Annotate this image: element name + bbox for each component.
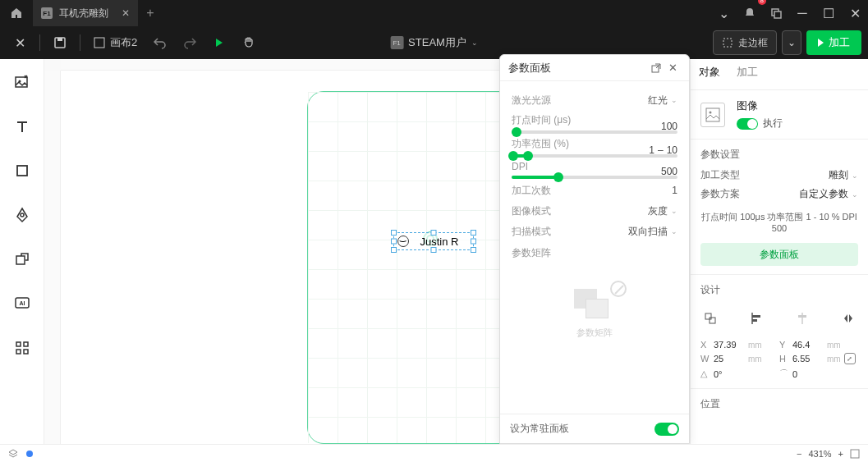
scan-mode-select[interactable]: 双向扫描⌄	[628, 225, 677, 239]
ai-tool-button[interactable]: AI	[9, 290, 35, 317]
resize-handle[interactable]	[391, 239, 397, 245]
svg-rect-15	[24, 350, 28, 354]
y-input[interactable]: 46.4	[792, 340, 824, 350]
window-minimize-button[interactable]: ─	[789, 0, 815, 26]
image-thumbnail-icon	[700, 103, 725, 127]
canvas-selector[interactable]: 画布2	[87, 35, 144, 50]
arrange-button[interactable]	[700, 309, 720, 328]
chevron-down-icon[interactable]: ⌄	[710, 0, 737, 26]
notifications-button[interactable]: 8	[737, 0, 763, 26]
frame-dropdown-button[interactable]: ⌄	[782, 30, 801, 55]
angle-input[interactable]: 0°	[714, 369, 745, 379]
status-dot-icon	[26, 451, 33, 457]
process-type-select[interactable]: 雕刻⌄	[829, 168, 858, 182]
user-doc-icon: F1	[390, 36, 403, 49]
resize-handle[interactable]	[471, 230, 476, 236]
user-label: STEAM用户	[408, 35, 466, 50]
redo-button[interactable]	[177, 30, 203, 56]
power-range-slider[interactable]	[512, 154, 677, 158]
tab-close-icon[interactable]: ✕	[122, 7, 130, 19]
save-button[interactable]	[47, 30, 73, 56]
matrix-placeholder: 参数矩阵	[512, 260, 677, 367]
tool-strip: AI	[0, 59, 44, 462]
lock-aspect-button[interactable]: ⤢	[844, 353, 856, 364]
copy-icon[interactable]	[763, 0, 789, 26]
image-mode-select[interactable]: 灰度⌄	[648, 204, 677, 218]
radius-input[interactable]: 0	[792, 369, 824, 379]
pan-tool-button[interactable]	[236, 30, 262, 56]
radius-label: ⌒	[779, 368, 789, 380]
svg-point-17	[710, 111, 712, 113]
home-button[interactable]	[0, 7, 33, 20]
window-maximize-button[interactable]: ☐	[815, 0, 842, 26]
zoom-value[interactable]: 431%	[808, 449, 831, 459]
play-preview-button[interactable]	[206, 30, 232, 56]
resize-handle[interactable]	[391, 230, 397, 236]
h-input[interactable]: 6.55	[792, 354, 824, 364]
close-panel-icon[interactable]: ✕	[664, 62, 681, 74]
svg-rect-4	[94, 38, 104, 48]
zoom-in-button[interactable]: +	[838, 449, 843, 459]
x-input[interactable]: 37.39	[714, 340, 745, 350]
tab-process[interactable]: 加工	[737, 65, 758, 85]
w-input[interactable]: 25	[714, 354, 745, 364]
scan-mode-label: 扫描模式	[512, 225, 628, 239]
shape-tool-button[interactable]	[9, 158, 35, 184]
laser-source-label: 激光光源	[512, 94, 648, 107]
resize-handle[interactable]	[431, 230, 437, 236]
undo-button[interactable]	[147, 30, 173, 56]
zoom-fit-button[interactable]	[850, 449, 860, 459]
selected-object[interactable]: Justin R	[393, 232, 474, 250]
document-tab[interactable]: F1 耳机壳雕刻 ✕	[33, 0, 138, 26]
align-center-button[interactable]	[792, 309, 812, 328]
execute-label: 执行	[763, 117, 783, 130]
pen-tool-button[interactable]	[9, 202, 35, 228]
passes-input[interactable]: 1	[672, 185, 677, 196]
parameters-panel: 参数面板 ✕ 激光光源 红光⌄ 打点时间 (μs) 100 功率范围 (%) 1…	[499, 54, 690, 444]
popout-icon[interactable]	[648, 63, 664, 73]
scheme-select[interactable]: 自定义参数⌄	[799, 187, 858, 201]
boolean-tool-button[interactable]	[9, 246, 35, 272]
flip-button[interactable]	[838, 309, 858, 328]
laser-source-select[interactable]: 红光⌄	[648, 94, 677, 107]
dot-time-slider[interactable]	[512, 130, 677, 134]
tab-object[interactable]: 对象	[699, 65, 720, 85]
execute-toggle[interactable]	[737, 118, 758, 130]
resize-handle[interactable]	[391, 247, 397, 253]
svg-rect-1	[774, 11, 781, 18]
app-logo-icon[interactable]: ✕	[7, 30, 33, 56]
svg-text:AI: AI	[19, 300, 25, 306]
play-icon	[818, 39, 824, 47]
scheme-label: 参数方案	[700, 187, 799, 201]
frame-button[interactable]: 走边框	[713, 30, 777, 55]
dpi-slider[interactable]	[512, 176, 677, 179]
svg-rect-14	[16, 350, 21, 354]
resize-handle[interactable]	[471, 239, 476, 245]
process-button-label: 加工	[829, 35, 850, 50]
pin-panel-toggle[interactable]	[654, 423, 679, 436]
angle-label: △	[700, 368, 710, 379]
w-label: W	[700, 354, 710, 364]
apps-tool-button[interactable]	[9, 335, 35, 361]
window-close-button[interactable]: ✕	[842, 0, 868, 26]
user-selector[interactable]: F1 STEAM用户 ⌄	[390, 35, 478, 50]
forbidden-icon	[610, 281, 627, 297]
pin-panel-label: 设为常驻面板	[510, 422, 569, 436]
toolbar: ✕ 画布2 F1 STEAM用户 ⌄ 走边框 ⌄ 加工	[0, 26, 868, 59]
resize-handle[interactable]	[471, 247, 476, 253]
zoom-out-button[interactable]: −	[797, 449, 801, 459]
svg-rect-13	[24, 342, 28, 346]
image-tool-button[interactable]	[9, 69, 35, 95]
ruler-vertical	[44, 71, 61, 462]
open-params-panel-button[interactable]: 参数面板	[700, 243, 858, 266]
svg-rect-8	[17, 166, 27, 176]
svg-rect-6	[16, 77, 27, 87]
resize-handle[interactable]	[431, 247, 437, 253]
process-button[interactable]: 加工	[806, 30, 861, 55]
layers-icon[interactable]	[8, 449, 18, 459]
text-tool-button[interactable]	[9, 113, 35, 140]
settings-heading: 参数设置	[700, 148, 858, 162]
tab-doc-icon: F1	[41, 7, 53, 19]
align-left-button[interactable]	[746, 309, 766, 328]
add-tab-button[interactable]: +	[138, 6, 163, 21]
